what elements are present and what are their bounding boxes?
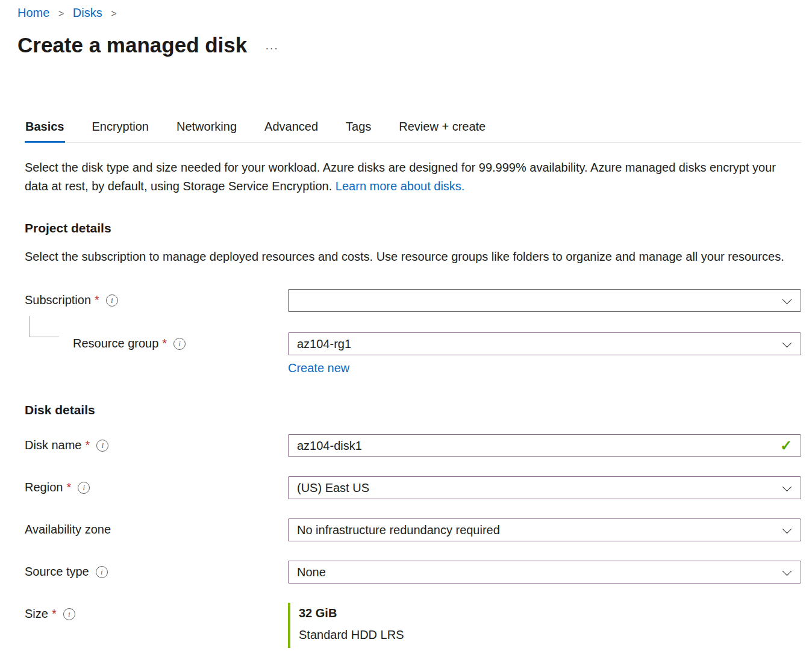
breadcrumb: Home > Disks >: [17, 4, 801, 20]
resource-group-label-group: Resource group * i: [25, 332, 288, 350]
availability-zone-label-group: Availability zone: [25, 518, 288, 537]
project-details-heading: Project details: [25, 221, 801, 235]
disk-name-label: Disk name: [25, 438, 81, 452]
source-type-label: Source type: [25, 565, 89, 579]
info-icon[interactable]: i: [78, 482, 90, 494]
tab-basics[interactable]: Basics: [25, 115, 65, 142]
chevron-down-icon: [782, 339, 792, 349]
breadcrumb-link-home[interactable]: Home: [17, 6, 49, 19]
tab-tags[interactable]: Tags: [345, 115, 372, 142]
tab-networking[interactable]: Networking: [176, 115, 237, 142]
required-marker: *: [95, 293, 99, 307]
size-label-group: Size * i: [25, 603, 288, 621]
subscription-label: Subscription: [25, 293, 91, 307]
region-dropdown[interactable]: (US) East US: [288, 476, 801, 499]
intro-text: Select the disk type and size needed for…: [25, 158, 799, 196]
create-managed-disk-page: Home > Disks > Create a managed disk ···…: [0, 0, 812, 663]
tab-review-create[interactable]: Review + create: [398, 115, 486, 142]
required-marker: *: [85, 438, 90, 452]
page-header: Create a managed disk ···: [17, 33, 801, 57]
availability-zone-value: No infrastructure redundancy required: [297, 523, 500, 537]
chevron-down-icon: [782, 296, 792, 305]
subscription-label-group: Subscription * i: [25, 289, 288, 307]
disk-name-label-group: Disk name * i: [25, 434, 288, 452]
source-type-dropdown[interactable]: None: [288, 561, 801, 584]
more-options-icon[interactable]: ···: [265, 36, 278, 55]
chevron-down-icon: [782, 525, 792, 535]
resource-group-row: Resource group * i az104-rg1 Create new: [25, 332, 801, 375]
region-label-group: Region * i: [25, 476, 288, 494]
required-marker: *: [52, 607, 57, 621]
breadcrumb-link-disks[interactable]: Disks: [73, 6, 102, 19]
chevron-down-icon: [782, 567, 792, 577]
breadcrumb-separator-icon: >: [58, 8, 64, 19]
tab-advanced[interactable]: Advanced: [264, 115, 319, 142]
project-details-form: Subscription * i Resource group * i: [25, 289, 801, 375]
size-label: Size: [25, 607, 48, 621]
size-row: Size * i 32 GiB Standard HDD LRS: [25, 603, 801, 648]
disk-details-heading: Disk details: [25, 403, 801, 417]
info-icon[interactable]: i: [63, 608, 75, 620]
info-icon[interactable]: i: [106, 294, 118, 307]
breadcrumb-separator-icon: >: [111, 8, 116, 19]
size-value: 32 GiB: [299, 606, 801, 620]
resource-group-label: Resource group: [73, 337, 158, 350]
disk-name-row: Disk name * i az104-disk1 ✓: [25, 434, 801, 457]
size-summary: 32 GiB Standard HDD LRS: [288, 603, 801, 648]
availability-zone-label: Availability zone: [25, 523, 111, 537]
project-details-description: Select the subscription to manage deploy…: [25, 247, 790, 266]
resource-group-value: az104-rg1: [297, 337, 351, 351]
required-marker: *: [162, 337, 167, 350]
availability-zone-dropdown[interactable]: No infrastructure redundancy required: [288, 518, 801, 541]
subscription-row: Subscription * i: [25, 289, 801, 312]
create-new-resource-group-link[interactable]: Create new: [288, 361, 349, 375]
disk-name-input[interactable]: az104-disk1 ✓: [288, 434, 801, 457]
tab-bar: Basics Encryption Networking Advanced Ta…: [25, 115, 801, 143]
disk-name-value: az104-disk1: [297, 439, 362, 453]
resource-group-dropdown[interactable]: az104-rg1: [288, 332, 801, 355]
source-type-label-group: Source type i: [25, 561, 288, 579]
info-icon[interactable]: i: [173, 338, 186, 350]
tab-encryption[interactable]: Encryption: [92, 115, 150, 142]
source-type-row: Source type i None: [25, 561, 801, 584]
learn-more-link[interactable]: Learn more about disks.: [336, 179, 465, 193]
source-type-value: None: [297, 565, 326, 579]
region-value: (US) East US: [297, 481, 369, 495]
page-title: Create a managed disk: [17, 33, 247, 57]
chevron-down-icon: [782, 483, 792, 493]
region-row: Region * i (US) East US: [25, 476, 801, 499]
resource-group-indent-line: [29, 316, 59, 337]
region-label: Region: [25, 481, 63, 494]
required-marker: *: [66, 481, 71, 494]
size-sku: Standard HDD LRS: [299, 628, 801, 642]
valid-check-icon: ✓: [780, 438, 792, 453]
availability-zone-row: Availability zone No infrastructure redu…: [25, 518, 801, 541]
subscription-dropdown[interactable]: [288, 289, 801, 312]
info-icon[interactable]: i: [96, 440, 108, 452]
info-icon[interactable]: i: [96, 566, 108, 578]
disk-details-form: Disk name * i az104-disk1 ✓ Region * i: [25, 434, 801, 648]
